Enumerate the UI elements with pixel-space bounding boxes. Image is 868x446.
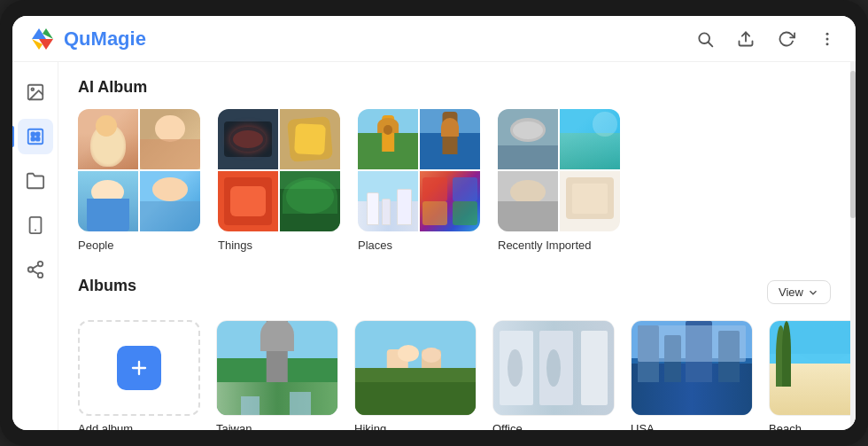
svg-rect-25	[132, 367, 146, 369]
scrollbar-track[interactable]	[850, 62, 856, 430]
album-usa-name: USA	[631, 422, 753, 430]
add-album-thumb[interactable]	[78, 320, 200, 416]
category-people-label: People	[78, 239, 113, 252]
content-area: AI Album	[58, 62, 850, 430]
header-actions	[693, 27, 840, 51]
album-taiwan[interactable]: Taiwan 12 photos, 1 videos	[216, 320, 338, 430]
svg-point-9	[826, 43, 829, 45]
album-usa[interactable]: USA 21 photos, 2 videos	[631, 320, 753, 430]
svg-rect-14	[35, 132, 39, 136]
ai-album-section: AI Album	[78, 78, 831, 252]
add-album-item[interactable]: Add album	[78, 320, 200, 430]
sidebar-item-folders[interactable]	[18, 163, 53, 199]
album-beach[interactable]: Beach 12 photos, 2 videos	[769, 320, 850, 430]
album-office[interactable]: Office 11 photos, 1 videos	[492, 320, 615, 430]
ai-album-title: AI Album	[78, 78, 831, 97]
sidebar	[12, 62, 58, 430]
svg-point-8	[826, 37, 829, 40]
album-hiking-name: Hiking	[354, 422, 477, 430]
album-taiwan-name: Taiwan	[216, 422, 338, 430]
app-name: QuMagie	[64, 27, 146, 51]
sidebar-item-mobile[interactable]	[18, 207, 53, 243]
add-album-label: Add album	[78, 422, 200, 430]
logo-area: QuMagie	[28, 25, 693, 53]
svg-rect-12	[27, 129, 43, 145]
albums-list: Add album	[78, 320, 831, 430]
category-things[interactable]: Things	[218, 109, 340, 252]
svg-rect-15	[31, 137, 35, 141]
category-places-label: Places	[358, 239, 392, 252]
svg-point-11	[31, 88, 34, 90]
svg-point-7	[826, 32, 829, 35]
category-places[interactable]: Places	[358, 109, 480, 252]
more-menu-button[interactable]	[815, 27, 840, 51]
category-recently-imported-label: Recently Imported	[498, 239, 592, 252]
svg-line-23	[32, 265, 37, 269]
album-hiking[interactable]: Hiking 22 photos, 2 videos	[354, 320, 477, 430]
category-things-label: Things	[218, 239, 252, 252]
upload-button[interactable]	[733, 27, 758, 51]
category-people[interactable]: People	[78, 109, 200, 252]
add-album-icon	[117, 346, 161, 390]
sidebar-item-share[interactable]	[18, 252, 53, 287]
svg-rect-16	[35, 137, 39, 141]
album-office-name: Office	[492, 422, 615, 430]
view-button[interactable]: View	[767, 280, 831, 304]
header: QuMagie	[12, 16, 856, 62]
sidebar-item-albums[interactable]	[18, 119, 53, 154]
svg-line-22	[32, 270, 37, 274]
sidebar-item-photos[interactable]	[18, 74, 53, 110]
albums-header: Albums View	[78, 277, 831, 308]
refresh-button[interactable]	[774, 27, 799, 51]
app-logo	[28, 25, 57, 53]
main-layout: AI Album	[12, 62, 856, 430]
albums-section: Albums View	[78, 277, 831, 430]
ai-album-grid: People	[78, 109, 831, 252]
album-beach-name: Beach	[769, 422, 850, 430]
svg-rect-13	[31, 132, 35, 136]
albums-title: Albums	[78, 277, 136, 295]
search-button[interactable]	[693, 27, 717, 51]
svg-line-5	[709, 42, 713, 46]
category-recently-imported[interactable]: Recently Imported	[498, 109, 620, 252]
